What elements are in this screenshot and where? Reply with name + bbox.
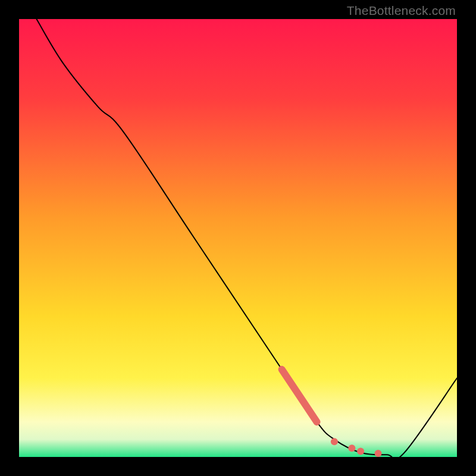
dot-1 xyxy=(331,438,338,445)
bottleneck-curve xyxy=(36,19,457,459)
dot-4 xyxy=(375,450,382,457)
plot-area xyxy=(19,19,457,457)
curve-markers xyxy=(282,369,382,457)
dot-3 xyxy=(357,447,364,455)
watermark-label: TheBottleneck.com xyxy=(347,4,456,18)
dot-2 xyxy=(348,444,355,452)
chart-frame: TheBottleneck.com xyxy=(0,0,476,476)
thick-segment xyxy=(282,369,317,422)
chart-svg xyxy=(19,19,457,457)
